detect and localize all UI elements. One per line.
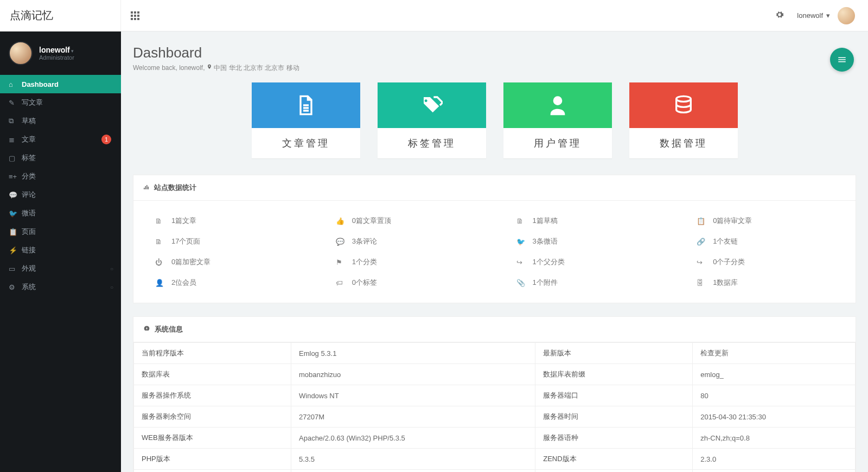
sys-val: Apache/2.0.63 (Win32) PHP/5.3.5: [291, 428, 535, 449]
brand[interactable]: 点滴记忆: [0, 0, 121, 31]
sidebar-item-6[interactable]: 💬评论: [0, 186, 121, 204]
table-row: PHP版本5.3.5ZEND版本2.3.0: [134, 449, 856, 470]
page-header: Dashboard Welcome back, lonewolf, 中国 华北 …: [121, 31, 868, 79]
stats-row: 🗎17个页面💬3条评论🐦3条微语🔗1个友链: [133, 231, 856, 252]
menu-fab-button[interactable]: [830, 48, 854, 72]
gear-icon[interactable]: [775, 10, 784, 21]
sidebar-menu: ⌂Dashboard✎写文章⧉草稿≣文章1▢标签≡+分类💬评论🐦微语📋页面⚡链接…: [0, 75, 121, 296]
sys-key: 服务器端口: [535, 385, 693, 406]
sidebar-item-5[interactable]: ≡+分类: [0, 167, 121, 186]
table-row: WEB服务器版本Apache/2.0.63 (Win32) PHP/5.3.5服…: [134, 428, 856, 449]
stat-item: 👍0篇文章置顶: [314, 216, 495, 226]
sidebar-item-9[interactable]: ⚡链接: [0, 241, 121, 259]
user-icon: 👤: [155, 279, 163, 287]
sys-val: Emlog 5.3.1: [291, 343, 535, 364]
sidebar-item-8[interactable]: 📋页面: [0, 222, 121, 241]
sys-key: 最新版本: [535, 343, 693, 364]
clip-icon: 📋: [697, 217, 704, 225]
signal-icon: [143, 184, 150, 192]
page-subtitle: Welcome back, lonewolf, 中国 华北 北京市 北京市 移动: [133, 63, 856, 73]
stat-text: 0个子分类: [713, 257, 745, 267]
system-panel-header: 系统信息: [133, 317, 856, 342]
sidebar-item-0[interactable]: ⌂Dashboard: [0, 75, 121, 93]
caret-down-icon: ▾: [826, 11, 830, 20]
stat-item: 🔗1个友链: [675, 237, 856, 246]
stat-item: ⚑1个分类: [314, 257, 495, 267]
plus-icon: ≡+: [9, 173, 22, 181]
sidebar-item-11[interactable]: ⚙系统○: [0, 278, 121, 296]
sidebar-user[interactable]: lonewolf▾ Administrator: [0, 31, 121, 75]
sidebar-item-4[interactable]: ▢标签: [0, 149, 121, 167]
chat-icon: 💬: [9, 191, 22, 199]
stats-panel: 站点数据统计 🗎1篇文章👍0篇文章置顶🗎1篇草稿📋0篇待审文章🗎17个页面💬3条…: [133, 175, 856, 303]
sys-val[interactable]: 检查更新: [693, 343, 856, 364]
tile-1[interactable]: 标签管理: [378, 82, 486, 158]
db-icon: 🗄: [697, 279, 704, 287]
stat-text: 1数据库: [713, 278, 738, 288]
sys-val: 32M: [693, 470, 856, 473]
sidebar-item-label: 页面: [22, 227, 36, 237]
stat-item: 🐦3条微语: [495, 237, 675, 246]
chat-icon: 💬: [336, 238, 343, 246]
stat-item: ⏻0篇加密文章: [133, 257, 314, 267]
main: Dashboard Welcome back, lonewolf, 中国 华北 …: [121, 31, 868, 472]
sys-val: 2015-04-30 21:35:30: [693, 406, 856, 428]
sidebar-item-1[interactable]: ✎写文章: [0, 93, 121, 112]
stat-text: 2位会员: [171, 278, 196, 288]
sys-key: 服务器时间: [535, 406, 693, 428]
sidebar-item-3[interactable]: ≣文章1: [0, 130, 121, 149]
caret-down-icon: ▾: [71, 48, 74, 54]
table-row: 数据库表mobanzhizuo数据库表前缀emlog_: [134, 364, 856, 385]
tile-0[interactable]: 文章管理: [252, 82, 360, 158]
sys-val: 2.3.0: [693, 449, 856, 470]
doc-icon: [252, 82, 360, 128]
tag-icon: 🏷: [336, 279, 343, 287]
sidebar-item-label: 写文章: [22, 98, 43, 107]
sidebar-item-label: Dashboard: [22, 80, 59, 88]
sidebar-item-2[interactable]: ⧉草稿: [0, 112, 121, 130]
stat-item: 🏷0个标签: [314, 278, 495, 288]
sys-key: PHP版本: [134, 449, 291, 470]
twitter-icon: 🐦: [9, 209, 22, 218]
sys-key: 当前程序版本: [134, 343, 291, 364]
home-icon: ⌂: [9, 80, 22, 88]
system-table: 当前程序版本Emlog 5.3.1最新版本检查更新数据库表mobanzhizuo…: [133, 342, 856, 472]
sidebar-item-label: 分类: [22, 171, 36, 181]
sys-val: 128M: [291, 470, 535, 473]
stat-item: 📋0篇待审文章: [675, 216, 856, 226]
tag-icon: ▢: [9, 154, 22, 162]
sidebar-item-7[interactable]: 🐦微语: [0, 204, 121, 222]
stat-text: 1篇文章: [171, 216, 196, 226]
stat-text: 0个标签: [352, 278, 377, 288]
sidebar-item-label: 评论: [22, 190, 36, 200]
stat-text: 1篇草稿: [533, 216, 558, 226]
stats-body: 🗎1篇文章👍0篇文章置顶🗎1篇草稿📋0篇待审文章🗎17个页面💬3条评论🐦3条微语…: [133, 201, 856, 303]
arrow-icon: ↪: [516, 258, 524, 266]
tile-3[interactable]: 数据管理: [629, 82, 738, 158]
stat-text: 1个友链: [713, 237, 738, 246]
table-row: 脚本运行可占最大内存128M脚本上传文件大小限制32M: [134, 470, 856, 473]
stat-item: 💬3条评论: [314, 237, 495, 246]
file-icon: 🗎: [155, 217, 163, 225]
map-pin-icon: [207, 63, 212, 72]
page-title: Dashboard: [133, 44, 856, 61]
tile-2[interactable]: 用户管理: [503, 82, 612, 158]
sys-key: 脚本上传文件大小限制: [535, 470, 693, 473]
sidebar-item-label: 草稿: [22, 116, 36, 126]
sys-key: 服务器语种: [535, 428, 693, 449]
sidebar-item-10[interactable]: ▭外观○: [0, 259, 121, 278]
sidebar-role: Administrator: [39, 54, 74, 61]
username: lonewolf: [797, 11, 823, 20]
sidebar-item-label: 文章: [22, 135, 36, 144]
stat-text: 0篇文章置顶: [352, 216, 391, 226]
sys-val: Windows NT: [291, 385, 535, 406]
sidebar-item-label: 外观: [22, 264, 36, 273]
tile-label: 标签管理: [378, 128, 486, 158]
arrow-icon: ↪: [697, 258, 704, 266]
apps-icon[interactable]: [131, 11, 139, 20]
bolt-icon: ⚡: [9, 246, 22, 254]
file2-icon: 🗎: [516, 217, 524, 225]
stats-row: ⏻0篇加密文章⚑1个分类↪1个父分类↪0个子分类: [133, 252, 856, 272]
user-menu[interactable]: lonewolf ▾: [797, 7, 855, 24]
stat-text: 17个页面: [171, 237, 200, 246]
